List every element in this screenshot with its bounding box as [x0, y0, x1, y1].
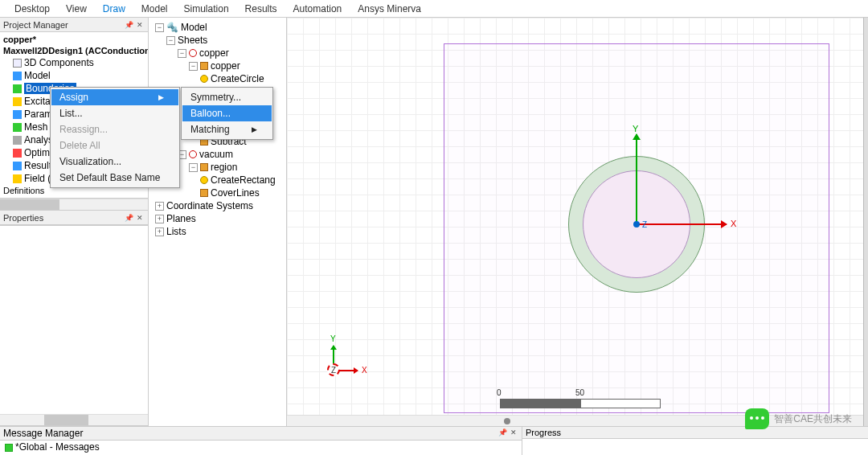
ctx-assign[interactable]: Assign▶ [51, 89, 178, 105]
watermark: 智善CAE共创未来 [745, 408, 852, 429]
menu-view[interactable]: View [58, 2, 95, 16]
model-tree[interactable]: −🔩Model −Sheets −copper −copper CreateCi… [149, 18, 287, 426]
pin-icon[interactable]: 📌 [124, 20, 133, 30]
optim-icon [13, 149, 22, 158]
project-tree-scrollbar[interactable] [0, 199, 148, 211]
close-icon[interactable]: ✕ [509, 428, 518, 437]
material-icon [189, 49, 197, 57]
parameters-icon [13, 110, 22, 119]
menu-ansys-minerva[interactable]: Ansys Minerva [350, 2, 429, 16]
progress-panel: Progress [522, 427, 868, 455]
mt-sheets[interactable]: −Sheets [150, 34, 285, 47]
wechat-icon [745, 408, 769, 429]
mt-model[interactable]: −🔩Model [150, 21, 285, 34]
menu-draw[interactable]: Draw [95, 2, 133, 16]
ctx-delete-all: Delete All [51, 137, 178, 154]
submenu-arrow-icon: ▶ [252, 125, 257, 133]
model-icon [13, 72, 22, 80]
mt-copper-mat[interactable]: −copper [150, 47, 285, 59]
pin-icon[interactable]: 📌 [497, 428, 507, 437]
left-column: Project Manager 📌 ✕ copper* Maxwell2DDes… [0, 18, 149, 426]
mt-planes[interactable]: +Planes [150, 212, 285, 225]
menubar: Desktop View Draw Model Simulation Resul… [0, 0, 868, 18]
op-icon [200, 75, 208, 83]
axis-z-label: Z [642, 220, 647, 229]
ctx-set-default-base-name[interactable]: Set Default Base Name [51, 170, 178, 186]
mt-lists[interactable]: +Lists [150, 225, 285, 238]
scale-ruler: 0 50 [500, 399, 661, 408]
ctx-reassign: Reassign... [51, 121, 178, 137]
tree-icon [5, 444, 13, 452]
material-icon [189, 150, 197, 158]
project-manager-title: Project Manager [3, 20, 68, 30]
object-icon [200, 163, 208, 171]
menu-simulation[interactable]: Simulation [176, 2, 237, 16]
menu-automation[interactable]: Automation [285, 2, 350, 16]
viewport-right-edge [863, 18, 868, 426]
tree-3d-components[interactable]: 3D Components [0, 56, 148, 69]
close-icon[interactable]: ✕ [135, 213, 145, 223]
menu-model[interactable]: Model [133, 2, 176, 16]
submenu-arrow-icon: ▶ [158, 93, 164, 101]
properties-scrollbar[interactable] [0, 414, 148, 426]
tree-model[interactable]: Model [0, 69, 148, 82]
menu-results[interactable]: Results [237, 2, 285, 16]
mt-coordinate-systems[interactable]: +Coordinate Systems [150, 199, 285, 212]
message-manager-header: Message Manager 📌 ✕ [0, 427, 522, 441]
ctx-visualization[interactable]: Visualization... [51, 154, 178, 170]
message-manager-title: Message Manager [3, 428, 83, 439]
bottom-panels: Message Manager 📌 ✕ *Global - Messages L… [0, 426, 868, 455]
properties-title: Properties [3, 213, 43, 223]
close-icon[interactable]: ✕ [135, 20, 145, 30]
ctx-list[interactable]: List... [51, 105, 178, 121]
pin-icon[interactable]: 📌 [124, 213, 133, 223]
design-node[interactable]: Maxwell2DDesign1 (ACConduction, ) [0, 45, 148, 56]
context-menu-assign: Symmetry... Balloon... Matching▶ [181, 87, 273, 140]
mt-coverlines-2[interactable]: CoverLines [150, 187, 285, 199]
axis-x [637, 223, 727, 225]
project-node[interactable]: copper* [0, 34, 148, 45]
axis-y-label: Y [633, 124, 638, 133]
excitations-icon [13, 97, 22, 106]
mt-copper-obj[interactable]: −copper [150, 59, 285, 72]
ctx-balloon[interactable]: Balloon... [182, 105, 272, 121]
field-icon [13, 174, 22, 183]
properties-panel [0, 225, 148, 414]
3d-viewport[interactable]: Y X Z Y X Z 0 50 [287, 18, 868, 426]
origin [633, 221, 640, 228]
mesh-icon [13, 123, 22, 132]
msg-global-node[interactable]: *Global - Messages [0, 441, 522, 453]
mt-createcircle-1[interactable]: CreateCircle [150, 72, 285, 85]
context-menu-boundaries: Assign▶ List... Reassign... Delete All V… [50, 87, 180, 188]
menu-desktop[interactable]: Desktop [6, 2, 58, 16]
boundaries-icon [13, 84, 22, 93]
axis-y [636, 134, 637, 224]
properties-header: Properties 📌 ✕ [0, 211, 148, 225]
op-icon [200, 189, 208, 197]
analysis-icon [13, 136, 22, 145]
ctx-matching[interactable]: Matching▶ [182, 121, 272, 137]
ctx-symmetry[interactable]: Symmetry... [182, 89, 272, 105]
project-manager-header: Project Manager 📌 ✕ [0, 18, 148, 32]
op-icon [200, 176, 208, 184]
components-icon [13, 59, 22, 68]
message-manager-panel: Message Manager 📌 ✕ *Global - Messages L… [0, 427, 522, 455]
results-icon [13, 162, 22, 170]
object-icon [200, 62, 208, 70]
axis-x-label: X [731, 219, 736, 228]
